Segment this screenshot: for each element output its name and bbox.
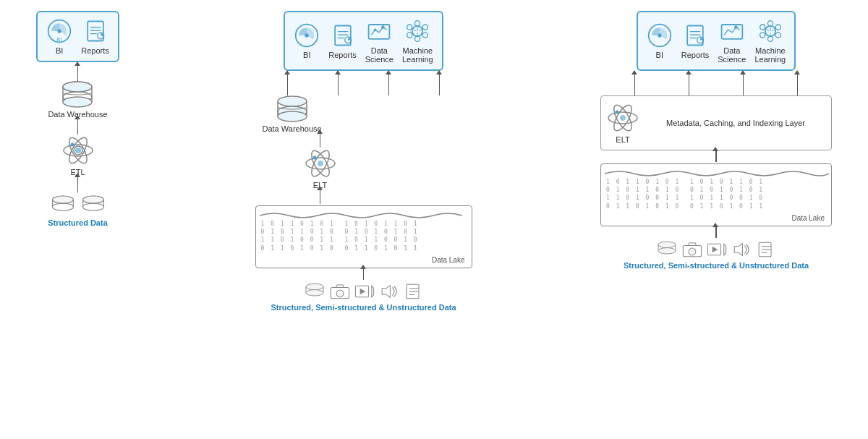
svg-point-41 bbox=[423, 33, 428, 38]
elt-icon-2 bbox=[305, 148, 336, 179]
reports-icon-3 bbox=[682, 22, 708, 48]
ml-label-3: Machine Learning bbox=[754, 46, 786, 64]
datascience-label-2: Data Science bbox=[365, 46, 393, 64]
metadata-elt-box: ELT Metadata, Caching, and Indexing Laye… bbox=[600, 95, 832, 150]
dw-label-2: Data Warehouse bbox=[263, 124, 322, 133]
svg-point-18 bbox=[75, 148, 81, 153]
svg-point-51 bbox=[278, 111, 307, 122]
source-icons-1 bbox=[50, 195, 106, 216]
wave-icon-2 bbox=[260, 210, 469, 218]
diagram-1: BI BI Reports bbox=[7, 7, 148, 227]
toolbox-3: BI Reports Data Scien bbox=[637, 11, 796, 71]
source-label-3: Structured, Semi-structured & Unstructur… bbox=[624, 261, 809, 270]
arrow-col-4 bbox=[439, 74, 441, 95]
arrow-dw-elt-line bbox=[320, 133, 321, 148]
arrow-up-4 bbox=[439, 74, 441, 95]
arrow-col-2 bbox=[338, 74, 339, 95]
ml-icon-2 bbox=[404, 18, 430, 44]
arrow-3-col-1 bbox=[634, 74, 636, 95]
reports-icon-2 bbox=[330, 22, 356, 48]
arrow-src-3-line bbox=[715, 226, 717, 238]
arrow-col-1 bbox=[287, 74, 289, 95]
svg-point-58 bbox=[306, 290, 323, 296]
svg-point-43 bbox=[407, 33, 412, 38]
svg-point-93 bbox=[620, 115, 626, 121]
arrow-col-3 bbox=[388, 74, 390, 95]
source-label-2: Structured, Semi-structured & Unstructur… bbox=[271, 303, 456, 312]
camera-icon-2 bbox=[330, 283, 350, 300]
arrow-3-up-line bbox=[77, 176, 79, 192]
diagram-3: BI Reports Data Scien bbox=[579, 7, 854, 270]
diagram-2: BI Reports bbox=[234, 7, 494, 312]
reports-label-1: Reports bbox=[81, 46, 109, 55]
arrow-3-col-4 bbox=[797, 74, 799, 95]
arrow-src-2 bbox=[363, 268, 365, 280]
svg-point-71 bbox=[658, 33, 661, 37]
svg-text:BI: BI bbox=[57, 36, 62, 43]
svg-point-61 bbox=[338, 291, 342, 296]
bi-label-2: BI bbox=[303, 51, 310, 59]
speaker-icon-3 bbox=[731, 241, 752, 258]
tool-datascience-2: Data Science bbox=[365, 18, 393, 64]
svg-marker-103 bbox=[734, 244, 742, 256]
svg-point-57 bbox=[306, 284, 323, 289]
tool-reports-1: Reports bbox=[81, 18, 109, 55]
svg-point-85 bbox=[760, 25, 765, 30]
tool-reports-3: Reports bbox=[681, 22, 710, 59]
camera-icon-3 bbox=[682, 241, 702, 258]
arrow-3-up-4 bbox=[797, 74, 799, 95]
tool-ml-2: Machine Learning bbox=[402, 18, 433, 64]
svg-rect-72 bbox=[687, 26, 703, 46]
svg-point-99 bbox=[690, 250, 694, 254]
arrow-2-up-line bbox=[77, 119, 79, 135]
svg-point-44 bbox=[407, 25, 412, 30]
arrow-up-2 bbox=[338, 74, 339, 95]
multi-arrows-3-top bbox=[608, 74, 825, 95]
elt-node-3: ELT bbox=[607, 102, 639, 144]
svg-marker-63 bbox=[371, 286, 373, 297]
arrow-src-2-line bbox=[363, 268, 365, 280]
svg-point-82 bbox=[775, 33, 780, 38]
wave-icon-3 bbox=[605, 168, 829, 176]
database-icon-dw1 bbox=[59, 81, 95, 108]
speaker-icon-2 bbox=[379, 283, 399, 300]
reports-icon-1 bbox=[82, 18, 109, 44]
arrow-3-col-3 bbox=[743, 74, 744, 95]
dw-col-2: Data Warehouse bbox=[263, 95, 322, 133]
arrow-3-col-2 bbox=[689, 74, 690, 95]
arrow-up-3 bbox=[388, 74, 390, 95]
dw-row-2: Data Warehouse bbox=[263, 95, 465, 133]
svg-point-42 bbox=[415, 36, 420, 41]
svg-point-1 bbox=[58, 29, 61, 33]
arrow-3-up-3 bbox=[743, 74, 744, 95]
datascience-label-3: Data Science bbox=[718, 46, 746, 64]
bi-label-1: BI bbox=[56, 46, 63, 55]
arrow-meta-lake bbox=[715, 150, 717, 162]
multi-arrows-2-top bbox=[263, 74, 465, 95]
etl-icon-1 bbox=[62, 135, 94, 166]
svg-point-78 bbox=[734, 25, 738, 29]
src-db-icon-3 bbox=[656, 241, 678, 258]
svg-marker-101 bbox=[724, 244, 726, 255]
svg-point-19 bbox=[70, 143, 74, 147]
video-icon-3 bbox=[707, 241, 727, 258]
arrow-up-1 bbox=[287, 74, 289, 95]
arrow-1-up-line bbox=[77, 65, 79, 81]
reports-label-2: Reports bbox=[328, 51, 357, 59]
svg-point-95 bbox=[658, 242, 676, 247]
elt-node-2: ELT bbox=[305, 148, 336, 189]
svg-point-83 bbox=[767, 36, 773, 41]
svg-point-21 bbox=[52, 203, 73, 210]
source-label-1: Structured Data bbox=[48, 218, 108, 227]
svg-point-29 bbox=[305, 33, 309, 37]
bi-icon-3 bbox=[647, 22, 673, 48]
svg-point-36 bbox=[381, 25, 385, 29]
source-icons-2 bbox=[304, 283, 424, 300]
arrow-1-top bbox=[77, 65, 79, 81]
main-content: BI BI Reports bbox=[7, 7, 854, 432]
svg-point-84 bbox=[760, 33, 765, 38]
svg-rect-30 bbox=[335, 26, 351, 46]
arrow-elt-lake-line bbox=[320, 189, 321, 204]
arrow-3-up-1 bbox=[634, 74, 636, 95]
binary-data-3: 1 0 1 1 0 1 0 1 1 0 1 0 1 1 0 1 0 1 0 1 … bbox=[605, 176, 827, 213]
